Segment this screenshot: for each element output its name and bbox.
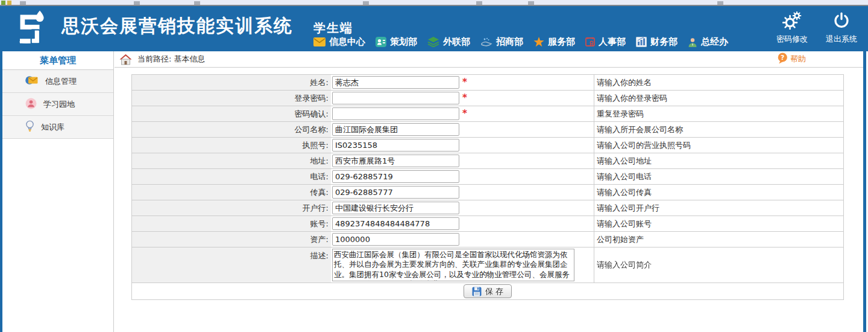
field-label: 描述:	[132, 247, 331, 283]
field-cell	[331, 153, 594, 168]
form-row-bank: 开户行: 请输入公司开户行	[132, 200, 843, 216]
form-row-login-password: 登录密码: * 请输入你的登录密码	[132, 91, 843, 106]
app-subtitle: 学生端	[313, 20, 353, 36]
header-actions: 密码修改 退出系统	[776, 11, 857, 45]
field-cell	[331, 216, 594, 231]
field-cell	[331, 185, 594, 200]
field-hint: 请输入公司地址	[594, 153, 843, 168]
help-icon: ?	[777, 53, 788, 66]
favicon-fragment	[1, 1, 5, 5]
nav-item-label: 总经办	[701, 36, 728, 48]
chrome-fragment	[134, 1, 140, 5]
field-hint: 请输入你的姓名	[594, 75, 843, 90]
sidebar-item-label: 学习园地	[43, 99, 75, 110]
right-frame-edge	[863, 51, 866, 332]
field-hint: 重复登录密码	[594, 106, 843, 121]
chrome-fragment	[528, 1, 534, 5]
login-password-input[interactable]	[332, 92, 459, 104]
chrome-fragment	[717, 1, 723, 5]
form-row-fax: 传真: 请输入公司传真	[132, 185, 843, 200]
nav-item-gm-office[interactable]: 总经办	[688, 36, 728, 48]
bulb-icon	[25, 120, 34, 134]
nav-item-info-center[interactable]: 信息中心	[313, 36, 365, 48]
form-row-license-no: 执照号: 请输入公司的营业执照号码	[132, 138, 843, 153]
hr-icon	[585, 37, 595, 47]
nav-item-service-dept[interactable]: 服务部	[533, 36, 575, 48]
chrome-fragment	[194, 1, 200, 5]
field-hint: 请输入你的登录密码	[594, 91, 843, 106]
nav-item-label: 策划部	[390, 36, 417, 48]
basic-info-form: 姓名: * 请输入你的姓名 登录密码: * 请输入你的登录密码 密码确认: * …	[131, 74, 844, 300]
field-cell	[331, 138, 594, 153]
field-label: 传真:	[132, 185, 331, 200]
person-icon	[688, 37, 697, 47]
bank-input[interactable]	[332, 202, 459, 214]
field-hint: 请输入公司开户行	[594, 200, 843, 215]
license-no-input[interactable]	[332, 139, 459, 152]
gear-icon	[782, 11, 802, 31]
account-input[interactable]	[332, 217, 459, 230]
header-nav: 信息中心 策划部 外联部 招商部 服务部 人事部 财务部 总经办	[313, 36, 728, 48]
app-title-row: 思沃会展营销技能实训系统 学生端	[61, 14, 353, 39]
name-input[interactable]	[332, 76, 459, 89]
field-cell: 西安曲江国际会展（集团）有限公司是全国首家以现代化场馆资源为依托、并以自办会展为…	[331, 247, 594, 283]
form-row-assets: 资产: 公司初始资产	[132, 232, 843, 247]
form-row-address: 地址: 请输入公司地址	[132, 153, 843, 169]
change-password-button[interactable]: 密码修改	[776, 11, 808, 45]
nav-item-finance-dept[interactable]: 财务部	[636, 36, 678, 48]
mail-icon	[313, 37, 326, 46]
required-asterisk: *	[462, 78, 467, 87]
nav-item-label: 服务部	[548, 36, 575, 48]
fax-input[interactable]	[332, 186, 459, 199]
info-icon	[25, 75, 39, 88]
field-label: 资产:	[132, 232, 331, 247]
field-label: 电话:	[132, 169, 331, 184]
nav-item-label: 信息中心	[329, 36, 365, 48]
field-cell: *	[331, 91, 594, 106]
save-button[interactable]: 保 存	[464, 284, 512, 298]
form-row-password-confirm: 密码确认: * 重复登录密码	[132, 106, 843, 122]
sidebar-item-knowledge-base[interactable]: 知识库	[2, 116, 113, 139]
field-hint: 请输入所开会展公司名称	[594, 122, 843, 137]
address-input[interactable]	[332, 155, 459, 167]
field-cell	[331, 122, 594, 137]
field-label: 密码确认:	[132, 106, 331, 121]
app-header: 思沃会展营销技能实训系统 学生端 信息中心 策划部 外联部 招商部 服务部 人事…	[0, 6, 868, 51]
field-cell	[331, 232, 594, 247]
form-wrap: 姓名: * 请输入你的姓名 登录密码: * 请输入你的登录密码 密码确认: * …	[115, 68, 863, 300]
main-content: 当前路径: 基本信息 ? 帮助 姓名: * 请输入你的姓名 登录密码: *	[115, 51, 863, 332]
company-name-input[interactable]	[332, 123, 459, 136]
nav-item-merchants-dept[interactable]: 招商部	[480, 36, 523, 48]
sidebar-item-learning-garden[interactable]: 学习园地	[2, 93, 113, 116]
sidebar: 菜单管理 信息管理 学习园地 知识库	[2, 51, 114, 332]
phone-input[interactable]	[332, 170, 459, 183]
power-icon	[832, 11, 851, 31]
nav-item-label: 外联部	[443, 36, 470, 48]
password-confirm-input[interactable]	[332, 107, 459, 120]
field-label: 公司名称:	[132, 122, 331, 137]
form-row-company-name: 公司名称: 请输入所开会展公司名称	[132, 122, 843, 138]
save-icon	[472, 287, 482, 296]
form-row-phone: 电话: 请输入公司电话	[132, 169, 843, 185]
help-button[interactable]: ? 帮助	[777, 53, 806, 66]
required-asterisk: *	[462, 94, 467, 103]
planning-icon	[376, 37, 386, 47]
sidebar-title: 菜单管理	[2, 51, 113, 70]
field-hint: 请输入公司账号	[594, 216, 843, 231]
page-body: 菜单管理 信息管理 学习园地 知识库 当前路径: 基本信息	[0, 51, 868, 332]
form-row-name: 姓名: * 请输入你的姓名	[132, 75, 843, 91]
nav-item-planning-dept[interactable]: 策划部	[376, 36, 417, 48]
field-label: 地址:	[132, 153, 331, 168]
logout-button[interactable]: 退出系统	[826, 11, 857, 45]
description-textarea[interactable]: 西安曲江国际会展（集团）有限公司是全国首家以现代化场馆资源为依托、并以自办会展为…	[332, 249, 574, 281]
field-label: 登录密码:	[132, 91, 331, 106]
sidebar-item-info-management[interactable]: 信息管理	[2, 70, 113, 93]
nav-item-liaison-dept[interactable]: 外联部	[427, 36, 470, 48]
nav-item-label: 招商部	[496, 36, 523, 48]
field-cell	[331, 200, 594, 215]
save-row: 保 存	[132, 283, 843, 299]
home-icon	[119, 54, 132, 65]
field-label: 账号:	[132, 216, 331, 231]
assets-input[interactable]	[332, 233, 459, 246]
nav-item-hr-dept[interactable]: 人事部	[585, 36, 626, 48]
